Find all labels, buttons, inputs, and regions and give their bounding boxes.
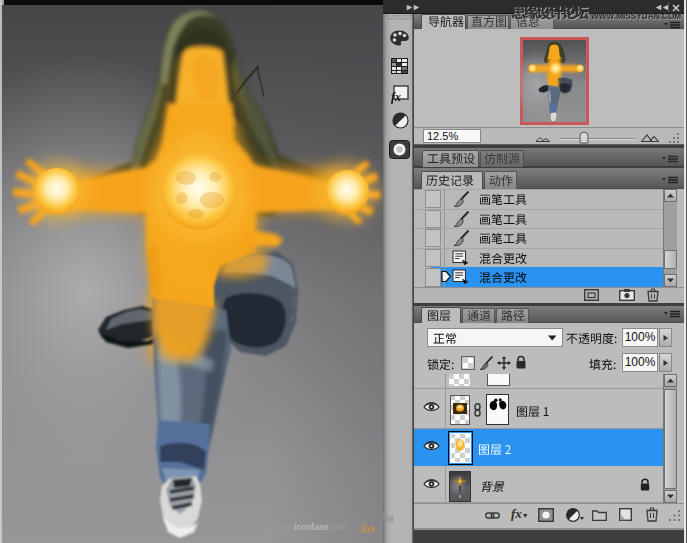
svg-text:ko: ko bbox=[361, 521, 375, 536]
svg-text:fx: fx bbox=[391, 90, 401, 104]
svg-text:post at iconfans.com: post at iconfans.com bbox=[266, 522, 347, 532]
